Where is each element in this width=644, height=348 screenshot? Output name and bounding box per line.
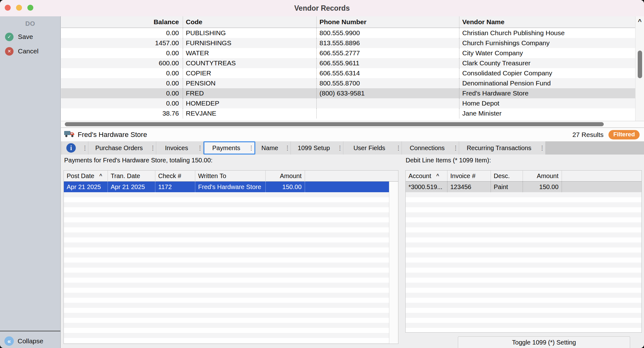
column-label: Written To [198,172,226,180]
tab-label: Payments [204,144,248,152]
vendor-vertical-scrollbar[interactable]: ^ [635,16,644,121]
tab-menu-dots-icon[interactable]: ⋮ [197,144,203,151]
cell-amount: 150.00 [265,182,305,192]
tab-connections[interactable]: Connections⋮ [402,141,459,155]
vendor-cell-phone: 813.555.8896 [316,38,459,48]
vendor-table: BalanceCodePhone NumberVendor Name 0.00P… [61,16,644,121]
payments-panel-col-header-written-to[interactable]: Written To [195,171,265,181]
vendor-cell-name: Fred's Hardware Store [459,88,635,98]
vendor-cell-balance: 0.00 [61,28,183,38]
titlebar: Vendor Records [0,0,644,17]
tab-menu-dots-icon[interactable]: ⋮ [395,144,402,151]
tab-menu-dots-icon[interactable]: ⋮ [452,144,459,151]
payments-panel-row[interactable]: Apr 21 2025Apr 21 20251172Fred's Hardwar… [64,182,390,192]
vendor-cell-code: PUBLISHING [183,28,316,38]
debit-panel-col-header-invoice[interactable]: Invoice # [447,171,491,181]
column-label: Invoice # [450,172,475,180]
cell-invoice: 123456 [447,182,491,192]
results-count: 27 Results [572,131,603,139]
sidebar-header: DO [0,20,60,27]
payments-table: Post Date^Tran. DateCheck #Written ToAmo… [64,170,398,344]
cell-post-date: Apr 21 2025 [64,182,108,192]
payments-panel-col-header-amount[interactable]: Amount [265,171,305,181]
tab-menu-dots-icon[interactable]: ⋮ [539,144,545,151]
debit-panel-col-header-account[interactable]: Account^ [406,171,447,181]
tab-bar-filler [546,141,644,155]
column-label: Amount [280,172,302,180]
debit-table-header: Account^Invoice #Desc.Amount [406,171,641,182]
debit-panel-row[interactable]: *3000.519...123456Paint150.00 [406,182,641,192]
vendor-row-copier[interactable]: 0.00COPIER606.555.6314Consolidated Copie… [61,68,635,78]
tab-purchase-orders[interactable]: Purchase Orders⋮ [88,141,156,155]
vendor-row-countytreas[interactable]: 600.00COUNTYTREAS606.555.9611Clark Count… [61,58,635,68]
column-label: Post Date [67,172,94,180]
column-label: Desc. [494,172,510,180]
vendor-col-header-vendor-name[interactable]: Vendor Name [459,16,635,28]
vendor-row-pension[interactable]: 0.00PENSION800.555.8700Denominational Pe… [61,78,635,88]
scroll-up-icon[interactable]: ^ [636,18,644,24]
vendor-row-water[interactable]: 0.00WATER606.555.2777City Water Company [61,48,635,58]
tab-user-fields[interactable]: User Fields⋮ [343,141,402,155]
payments-panel-col-header-check[interactable]: Check # [155,171,195,181]
sidebar-divider [0,331,60,331]
cancel-x-icon: ✕ [5,47,14,56]
tab-recurring-transactions[interactable]: Recurring Transactions⋮ [459,141,546,155]
vendor-cell-name: Consolidated Copier Company [459,68,635,78]
vendor-table-body: 0.00PUBLISHING800.555.9900Christian Chur… [61,28,635,118]
vendor-cell-balance: 38.76 [61,108,183,118]
filtered-badge[interactable]: Filtered [608,130,640,139]
vendor-row-revjane[interactable]: 38.76REVJANEJane Minister [61,108,635,118]
vendor-cell-phone [316,98,459,108]
cell-filler [562,182,641,192]
payments-panel-col-header-tran-date[interactable]: Tran. Date [108,171,155,181]
vendor-cell-balance: 1457.00 [61,38,183,48]
tab-payments[interactable]: Payments⋮ [203,141,255,155]
vendor-col-header-balance[interactable]: Balance [61,16,183,28]
tab-invoices[interactable]: Invoices⋮ [156,141,203,155]
tab-menu-dots-icon[interactable]: ⋮ [337,144,343,151]
vendor-vertical-scrollbar-thumb[interactable] [638,51,642,78]
tab-label: Connections [402,144,452,152]
vendor-cell-code: COUNTYTREAS [183,58,316,68]
vendor-table-header: BalanceCodePhone NumberVendor Name [61,16,635,28]
vendor-col-header-code[interactable]: Code [183,16,316,28]
collapse-chevrons-icon: « [4,336,14,346]
tab-menu-dots-icon[interactable]: ⋮ [82,144,88,151]
vendor-cell-balance: 0.00 [61,88,183,98]
tab-menu-dots-icon[interactable]: ⋮ [248,144,254,151]
debit-panel-col-header-amount[interactable]: Amount [523,171,562,181]
vendor-cell-name: City Water Company [459,48,635,58]
cell-amount: 150.00 [523,182,562,192]
collapse-label: Collapse [18,337,43,345]
vendor-row-homedep[interactable]: 0.00HOMEDEPHome Depot [61,98,635,108]
tab-name[interactable]: Name⋮ [255,141,291,155]
debit-panel-col-header-desc[interactable]: Desc. [491,171,523,181]
vendor-cell-phone: 606.555.6314 [316,68,459,78]
info-button[interactable]: i ⋮ [62,141,88,155]
vendor-cell-code: FURNISHINGS [183,38,316,48]
tab-label: Purchase Orders [88,144,150,152]
vendor-row-furnishings[interactable]: 1457.00FURNISHINGS813.555.8896Church Fur… [61,38,635,48]
window-title: Vendor Records [0,4,644,13]
payments-vertical-scrollbar[interactable] [389,182,398,344]
tab-1099-setup[interactable]: 1099 Setup⋮ [291,141,343,155]
save-button[interactable]: ✓ Save [0,32,60,42]
tab-label: User Fields [343,144,395,152]
vendor-horizontal-scrollbar-thumb[interactable] [65,122,604,126]
vendor-cell-balance: 0.00 [61,48,183,58]
cell-account: *3000.519... [406,182,447,192]
vendor-cell-code: PENSION [183,78,316,88]
payments-panel-col-header-post-date[interactable]: Post Date^ [64,171,108,181]
vendor-col-header-phone-number[interactable]: Phone Number [316,16,459,28]
record-title: Fred's Hardware Store [78,131,572,139]
vendor-row-publishing[interactable]: 0.00PUBLISHING800.555.9900Christian Chur… [61,28,635,38]
collapse-sidebar-button[interactable]: « Collapse [0,335,60,347]
cell-desc: Paint [491,182,523,192]
vendor-cell-phone [316,108,459,118]
toggle-1099-button[interactable]: Toggle 1099 (*) Setting [458,336,630,348]
vendor-row-fred[interactable]: 0.00FRED(800) 633-9581Fred's Hardware St… [61,88,635,98]
cancel-button[interactable]: ✕ Cancel [0,46,60,56]
tab-menu-dots-icon[interactable]: ⋮ [284,144,291,151]
tab-menu-dots-icon[interactable]: ⋮ [150,144,156,151]
vendor-horizontal-scrollbar[interactable] [61,121,644,128]
